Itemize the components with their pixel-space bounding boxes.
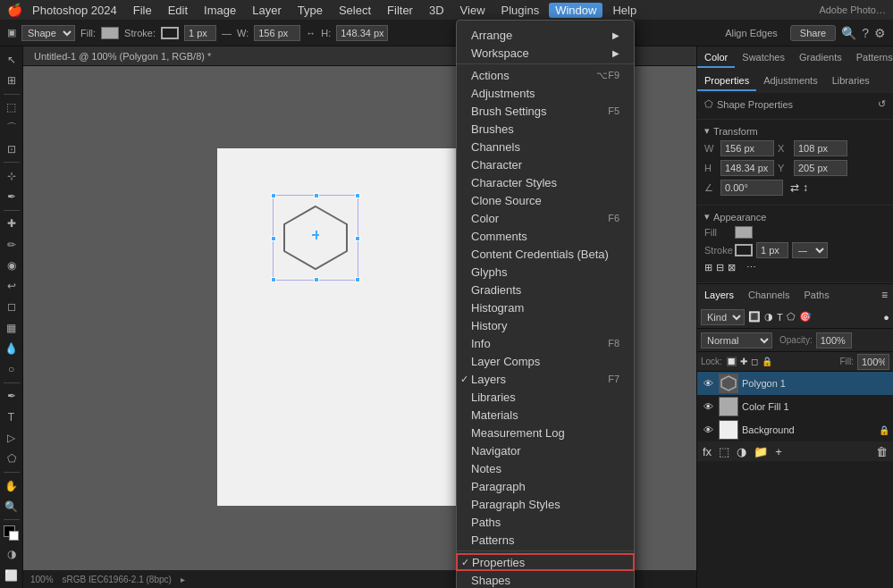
menu-character-styles[interactable]: Character Styles bbox=[457, 173, 634, 191]
menu-histogram[interactable]: Histogram bbox=[457, 298, 634, 316]
menu-paragraph[interactable]: Paragraph bbox=[457, 477, 634, 495]
add-group-icon[interactable]: 📁 bbox=[754, 445, 768, 458]
menu-channels[interactable]: Channels bbox=[457, 138, 634, 155]
flip-v-icon[interactable]: ↕ bbox=[803, 181, 808, 194]
menu-libraries[interactable]: Libraries bbox=[457, 388, 634, 406]
share-button[interactable]: Share bbox=[790, 25, 836, 41]
tab-adjustments[interactable]: Adjustments bbox=[756, 71, 825, 91]
tab-patterns[interactable]: Patterns bbox=[849, 48, 893, 68]
search-icon[interactable]: 🔍 bbox=[841, 26, 856, 40]
filter-text-icon[interactable]: T bbox=[777, 312, 783, 323]
stroke-size-prop[interactable] bbox=[756, 242, 788, 258]
type-tool[interactable]: T bbox=[2, 407, 21, 426]
menu-history[interactable]: History bbox=[457, 316, 634, 334]
align-icon-1[interactable]: ⊞ bbox=[704, 262, 712, 273]
stamp-tool[interactable]: ◉ bbox=[2, 256, 21, 274]
menu-comments[interactable]: Comments bbox=[457, 227, 634, 245]
healing-tool[interactable]: ✚ bbox=[2, 214, 21, 233]
handle-bl[interactable] bbox=[271, 277, 276, 282]
menu-brush-settings[interactable]: Brush Settings F5 bbox=[457, 102, 634, 120]
menu-notes[interactable]: Notes bbox=[457, 459, 634, 477]
filter-adj-icon[interactable]: ◑ bbox=[764, 311, 773, 323]
zoom-level[interactable]: 100% bbox=[30, 575, 54, 584]
reset-icon[interactable]: ↺ bbox=[878, 98, 886, 110]
tab-layers[interactable]: Layers bbox=[697, 287, 741, 303]
dodge-tool[interactable]: ○ bbox=[2, 360, 21, 379]
filter-shape-icon[interactable]: ⬠ bbox=[787, 311, 796, 323]
add-layer-icon[interactable]: + bbox=[775, 445, 782, 458]
menu-clone-source[interactable]: Clone Source bbox=[457, 191, 634, 209]
move-tool[interactable]: ↖ bbox=[2, 50, 21, 69]
menu-edit[interactable]: Edit bbox=[162, 3, 194, 18]
stroke-swatch[interactable] bbox=[161, 27, 179, 39]
layers-panel-menu-icon[interactable]: ≡ bbox=[876, 289, 893, 301]
menu-arrange[interactable]: Arrange ▶ bbox=[457, 26, 634, 44]
menu-adjustments[interactable]: Adjustments bbox=[457, 84, 634, 102]
quick-mask-icon[interactable]: ◑ bbox=[2, 545, 21, 564]
menu-help[interactable]: Help bbox=[606, 3, 643, 18]
menu-filter[interactable]: Filter bbox=[381, 3, 419, 18]
menu-color[interactable]: Color F6 bbox=[457, 209, 634, 227]
handle-tl[interactable] bbox=[271, 193, 276, 198]
handle-t[interactable] bbox=[314, 193, 319, 198]
tab-libraries[interactable]: Libraries bbox=[825, 71, 877, 91]
menu-patterns[interactable]: Patterns bbox=[457, 531, 634, 549]
menu-content-credentials[interactable]: Content Credentials (Beta) bbox=[457, 245, 634, 263]
screen-mode-icon[interactable]: ⬜ bbox=[2, 566, 21, 584]
opacity-input[interactable] bbox=[816, 332, 852, 349]
layer-kind-select[interactable]: Kind bbox=[701, 309, 745, 325]
apple-logo-icon[interactable]: 🍎 bbox=[7, 3, 22, 17]
menu-properties[interactable]: Properties bbox=[456, 553, 635, 571]
lock-position-icon[interactable]: ✚ bbox=[740, 357, 747, 366]
x-prop-input[interactable] bbox=[794, 140, 847, 156]
menu-shapes[interactable]: Shapes bbox=[457, 571, 634, 588]
menu-paragraph-styles[interactable]: Paragraph Styles bbox=[457, 495, 634, 513]
menu-photoshop[interactable]: Photoshop 2024 bbox=[26, 3, 123, 18]
w-prop-input[interactable] bbox=[720, 140, 774, 156]
lasso-tool[interactable]: ⌒ bbox=[2, 119, 21, 138]
menu-layer[interactable]: Layer bbox=[246, 3, 288, 18]
handle-tr[interactable] bbox=[355, 193, 360, 198]
artboard-tool[interactable]: ⊞ bbox=[2, 71, 21, 89]
foreground-bg-color[interactable] bbox=[2, 524, 21, 542]
shape-tool[interactable]: ⬠ bbox=[2, 449, 21, 468]
menu-image[interactable]: Image bbox=[198, 3, 242, 18]
eyedropper-tool[interactable]: ✒ bbox=[2, 188, 21, 206]
crop-tool[interactable]: ⊹ bbox=[2, 166, 21, 185]
filter-toggle[interactable]: ● bbox=[883, 312, 889, 323]
width-input[interactable] bbox=[254, 25, 300, 41]
menu-workspace[interactable]: Workspace ▶ bbox=[457, 44, 634, 62]
menu-type[interactable]: Type bbox=[291, 3, 329, 18]
menu-layer-comps[interactable]: Layer Comps bbox=[457, 352, 634, 370]
tab-paths[interactable]: Paths bbox=[797, 287, 837, 303]
distribute-icon[interactable]: ⋯ bbox=[746, 262, 756, 273]
menu-layers[interactable]: Layers F7 bbox=[457, 370, 634, 388]
handle-b[interactable] bbox=[314, 277, 319, 282]
align-icon-3[interactable]: ⊠ bbox=[728, 262, 736, 273]
handle-br[interactable] bbox=[355, 277, 360, 282]
menu-gradients[interactable]: Gradients bbox=[457, 281, 634, 298]
menu-plugins[interactable]: Plugins bbox=[495, 3, 546, 18]
tab-swatches[interactable]: Swatches bbox=[735, 48, 792, 68]
layer-row-colorfill1[interactable]: 👁 Color Fill 1 bbox=[697, 395, 893, 418]
fx-icon[interactable]: fx bbox=[703, 445, 712, 458]
menu-paths[interactable]: Paths bbox=[457, 513, 634, 531]
tab-gradients[interactable]: Gradients bbox=[792, 48, 849, 68]
lock-artboard-icon[interactable]: ◻ bbox=[751, 357, 758, 366]
menu-info[interactable]: Info F8 bbox=[457, 334, 634, 352]
brush-tool[interactable]: ✏ bbox=[2, 235, 21, 254]
angle-input[interactable] bbox=[720, 180, 783, 196]
add-adjustment-icon[interactable]: ◑ bbox=[737, 445, 746, 458]
tab-channels[interactable]: Channels bbox=[741, 287, 796, 303]
gradient-tool[interactable]: ▦ bbox=[2, 318, 21, 337]
path-select-tool[interactable]: ▷ bbox=[2, 428, 21, 447]
tab-color[interactable]: Color bbox=[697, 48, 735, 68]
layer-row-background[interactable]: 👁 Background 🔒 bbox=[697, 418, 893, 441]
menu-actions[interactable]: Actions ⌥F9 bbox=[457, 66, 634, 84]
menu-window[interactable]: Window bbox=[549, 3, 602, 18]
add-mask-icon[interactable]: ⬚ bbox=[719, 445, 729, 458]
handle-r[interactable] bbox=[355, 236, 360, 241]
layer-row-polygon1[interactable]: 👁 Polygon 1 bbox=[697, 372, 893, 395]
eye-icon-polygon1[interactable]: 👁 bbox=[701, 376, 715, 391]
menu-select[interactable]: Select bbox=[333, 3, 377, 18]
